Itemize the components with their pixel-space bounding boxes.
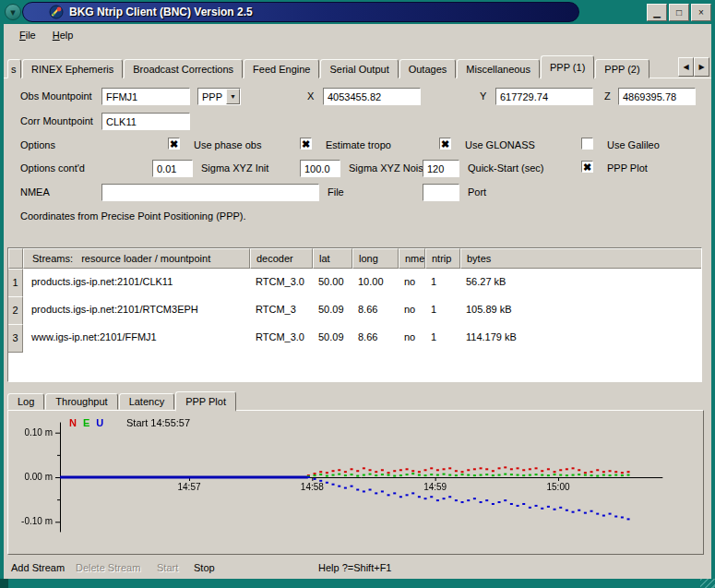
- plot-legend: N E U: [69, 417, 103, 428]
- output-tabbar: Log Throughput Latency PPP Plot: [4, 390, 711, 410]
- ppp-plot-checkbox[interactable]: ✖: [581, 161, 593, 173]
- cell-bytes: 56.27 kB: [460, 269, 701, 297]
- menubar: File Help: [4, 24, 711, 46]
- bottom-left-corner: [0, 579, 8, 588]
- header-streams: Streams: resource loader / mountpoint: [23, 248, 250, 269]
- combo-arrow-icon: ▼: [226, 89, 240, 104]
- cell-nmea: no: [399, 269, 425, 297]
- cell-decoder: RTCM_3.0: [250, 324, 313, 353]
- tab-ppp-2[interactable]: PPP (2): [595, 59, 649, 78]
- obs-mountpoint-label: Obs Mountpoint: [20, 90, 92, 102]
- header-decoder: decoder: [250, 248, 313, 269]
- tab-outages[interactable]: Outages: [399, 59, 457, 78]
- window-controls: ▁ □ ×: [647, 4, 711, 21]
- nmea-port-input[interactable]: [423, 184, 459, 201]
- y-coordinate-input[interactable]: [495, 88, 593, 105]
- cell-ntrip: 1: [425, 269, 460, 297]
- header-corner-cell: [8, 248, 23, 269]
- header-ntrip: ntrip: [425, 248, 460, 269]
- use-galileo-checkbox[interactable]: [581, 138, 593, 150]
- tab-serial-output[interactable]: Serial Output: [320, 59, 398, 78]
- quick-start-input[interactable]: [423, 160, 459, 177]
- delete-stream-button[interactable]: Delete Stream: [76, 562, 140, 573]
- estimate-tropo-checkbox[interactable]: ✖: [300, 138, 312, 150]
- tab-feed-engine[interactable]: Feed Engine: [244, 59, 319, 78]
- use-galileo-label: Use Galileo: [607, 139, 660, 150]
- tab-scroll-left-button[interactable]: ◀: [678, 57, 694, 77]
- x-coordinate-input[interactable]: [323, 88, 421, 105]
- title-pill: BKG Ntrip Client (BNC) Version 2.5: [22, 2, 579, 22]
- cell-lat: 50.09: [313, 324, 352, 353]
- nmea-port-label: Port: [468, 186, 486, 198]
- table-row[interactable]: 2 products.igs-ip.net:2101/RTCM3EPH RTCM…: [8, 296, 701, 324]
- legend-up: U: [96, 417, 103, 428]
- header-lat: lat: [313, 248, 352, 269]
- window-body: File Help s RINEX Ephemeris Broadcast Co…: [4, 24, 711, 579]
- sigma-xyz-noise-label: Sigma XYZ Noise: [349, 162, 429, 174]
- use-phase-obs-checkbox[interactable]: ✖: [168, 138, 180, 150]
- ppp-plot-canvas: [9, 412, 702, 553]
- system-menu-button[interactable]: ▾: [5, 4, 21, 20]
- tab-scrollers: ◀ ▶: [678, 57, 709, 77]
- tab-scroll-right-button[interactable]: ▶: [694, 57, 709, 77]
- obs-mountpoint-input[interactable]: [101, 88, 190, 105]
- z-coordinate-input[interactable]: [618, 88, 696, 105]
- plot-start-time: Start 14:55:57: [126, 417, 190, 428]
- ppp-mode-value: PPP: [198, 91, 226, 102]
- resize-grip[interactable]: [700, 579, 715, 588]
- tab-miscellaneous[interactable]: Miscellaneous: [457, 59, 540, 78]
- sysmenu-arrow-icon: ▾: [10, 6, 16, 18]
- quick-start-label: Quick-Start (sec): [468, 162, 544, 174]
- close-icon: ×: [698, 7, 704, 18]
- cell-nmea: no: [399, 296, 425, 325]
- header-long: long: [352, 248, 399, 269]
- tab-broadcast-corrections[interactable]: Broadcast Corrections: [124, 59, 243, 78]
- header-bytes: bytes: [460, 248, 701, 269]
- tab-ppp-1[interactable]: PPP (1): [541, 55, 594, 79]
- cell-ntrip: 1: [425, 296, 460, 325]
- menu-file[interactable]: File: [11, 27, 44, 43]
- tab-throughput[interactable]: Throughput: [45, 393, 117, 410]
- menu-help[interactable]: Help: [44, 27, 82, 43]
- nmea-file-input[interactable]: [101, 184, 319, 201]
- menu-file-rest: ile: [26, 30, 36, 41]
- titlebar[interactable]: ▾ BKG Ntrip Client (BNC) Version 2.5 ▁ □…: [0, 0, 715, 24]
- tab-latency[interactable]: Latency: [119, 393, 175, 410]
- sigma-xyz-noise-input[interactable]: [300, 160, 340, 177]
- row-number: 3: [8, 324, 23, 353]
- cell-bytes: 105.89 kB: [460, 296, 701, 325]
- chevron-left-icon: ◀: [683, 63, 688, 71]
- close-button[interactable]: ×: [691, 4, 711, 21]
- chevron-right-icon: ▶: [698, 63, 704, 71]
- table-row[interactable]: 3 www.igs-ip.net:2101/FFMJ1 RTCM_3.0 50.…: [8, 324, 701, 352]
- corr-mountpoint-input[interactable]: [101, 113, 190, 130]
- menu-help-rest: elp: [60, 30, 74, 41]
- minimize-button[interactable]: ▁: [647, 4, 667, 21]
- z-label: Z: [604, 90, 611, 102]
- sigma-xyz-init-input[interactable]: [152, 160, 193, 177]
- bnc-app-icon: [49, 5, 64, 19]
- maximize-icon: □: [676, 7, 682, 18]
- stop-button[interactable]: Stop: [194, 562, 215, 573]
- x-label: X: [307, 90, 314, 102]
- start-button[interactable]: Start: [157, 562, 178, 573]
- tab-ppp-plot[interactable]: PPP Plot: [175, 391, 236, 412]
- tab-rinex-ephemeris[interactable]: RINEX Ephemeris: [22, 59, 123, 78]
- row-number: 1: [8, 269, 23, 297]
- help-hint-text: Help ?=Shift+F1: [318, 562, 392, 573]
- bottom-window-frame: [0, 579, 715, 588]
- legend-north: N: [69, 417, 77, 428]
- cell-decoder: RTCM_3.0: [250, 269, 313, 297]
- tab-truncated[interactable]: s: [7, 59, 21, 78]
- ppp-mode-combobox[interactable]: PPP ▼: [197, 88, 241, 105]
- ppp-plot-panel: N E U Start 14:55:57: [7, 410, 704, 555]
- add-stream-button[interactable]: Add Stream: [11, 562, 65, 573]
- maximize-button[interactable]: □: [669, 4, 689, 21]
- use-glonass-checkbox[interactable]: ✖: [439, 138, 451, 150]
- tab-log[interactable]: Log: [7, 393, 44, 410]
- options-contd-label: Options cont'd: [20, 162, 85, 174]
- options-label: Options: [20, 139, 55, 150]
- table-row[interactable]: 1 products.igs-ip.net:2101/CLK11 RTCM_3.…: [8, 269, 701, 296]
- minimize-icon: ▁: [653, 7, 661, 18]
- cell-lat: 50.09: [313, 296, 352, 325]
